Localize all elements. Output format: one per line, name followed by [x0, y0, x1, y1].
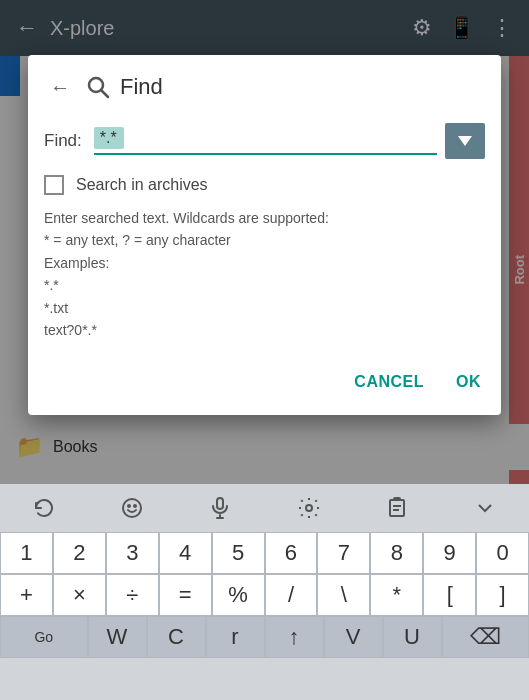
key-equals[interactable]: =: [159, 574, 212, 616]
find-input-wrapper: *.*: [94, 127, 437, 155]
help-text: Enter searched text. Wildcards are suppo…: [28, 203, 501, 357]
key-multiply[interactable]: ×: [53, 574, 106, 616]
dialog-title: Find: [120, 74, 163, 100]
svg-point-2: [123, 499, 141, 517]
svg-rect-9: [390, 500, 404, 516]
cancel-button[interactable]: CANCEL: [350, 365, 428, 399]
key-u[interactable]: U: [383, 616, 442, 658]
svg-point-4: [134, 505, 136, 507]
kb-mic-button[interactable]: [198, 488, 242, 528]
find-dialog: ← Find Find: *.* Search in archives Ente…: [28, 55, 501, 415]
key-r[interactable]: r: [206, 616, 265, 658]
ok-button[interactable]: OK: [452, 365, 485, 399]
keyboard-row-1: 1 2 3 4 5 6 7 8 9 0: [0, 532, 529, 574]
kb-emoji-button[interactable]: [110, 488, 154, 528]
key-go[interactable]: Go: [0, 616, 88, 658]
key-5[interactable]: 5: [212, 532, 265, 574]
keyboard-row-3: Go W C r ↑ V U ⌫: [0, 616, 529, 658]
key-open-bracket[interactable]: [: [423, 574, 476, 616]
dialog-back-icon: ←: [50, 76, 70, 99]
kb-refresh-button[interactable]: [22, 488, 66, 528]
key-1[interactable]: 1: [0, 532, 53, 574]
key-8[interactable]: 8: [370, 532, 423, 574]
keyboard-toolbar: [0, 484, 529, 532]
key-6[interactable]: 6: [265, 532, 318, 574]
dialog-search-icon: [84, 73, 112, 101]
kb-settings-button[interactable]: [287, 488, 331, 528]
key-divide[interactable]: ÷: [106, 574, 159, 616]
key-backspace[interactable]: ⌫: [442, 616, 530, 658]
key-slash[interactable]: /: [265, 574, 318, 616]
svg-point-8: [306, 505, 312, 511]
key-v[interactable]: V: [324, 616, 383, 658]
svg-line-1: [102, 91, 109, 98]
search-in-archives-label: Search in archives: [76, 176, 208, 194]
kb-collapse-button[interactable]: [463, 488, 507, 528]
find-dropdown-button[interactable]: [445, 123, 485, 159]
key-2[interactable]: 2: [53, 532, 106, 574]
key-percent[interactable]: %: [212, 574, 265, 616]
key-w[interactable]: W: [88, 616, 147, 658]
dropdown-arrow-icon: [458, 136, 472, 146]
svg-point-3: [128, 505, 130, 507]
keyboard: 1 2 3 4 5 6 7 8 9 0 + × ÷ = % / \ * [ ] …: [0, 532, 529, 700]
find-input-row: Find: *.*: [28, 115, 501, 159]
key-asterisk[interactable]: *: [370, 574, 423, 616]
key-3[interactable]: 3: [106, 532, 159, 574]
svg-rect-5: [217, 498, 223, 509]
key-close-bracket[interactable]: ]: [476, 574, 529, 616]
find-label: Find:: [44, 131, 82, 151]
keyboard-row-2: + × ÷ = % / \ * [ ]: [0, 574, 529, 616]
search-in-archives-row: Search in archives: [28, 159, 501, 203]
key-4[interactable]: 4: [159, 532, 212, 574]
key-c[interactable]: C: [147, 616, 206, 658]
key-plus[interactable]: +: [0, 574, 53, 616]
find-input-value[interactable]: *.*: [94, 127, 124, 149]
dialog-title-bar: ← Find: [28, 55, 501, 115]
key-up-arrow[interactable]: ↑: [265, 616, 324, 658]
search-in-archives-checkbox[interactable]: [44, 175, 64, 195]
key-0[interactable]: 0: [476, 532, 529, 574]
key-9[interactable]: 9: [423, 532, 476, 574]
kb-clipboard-button[interactable]: [375, 488, 419, 528]
key-7[interactable]: 7: [317, 532, 370, 574]
dialog-buttons: CANCEL OK: [28, 357, 501, 407]
dialog-back-button[interactable]: ←: [44, 71, 76, 103]
help-text-content: Enter searched text. Wildcards are suppo…: [44, 210, 329, 338]
key-backslash[interactable]: \: [317, 574, 370, 616]
